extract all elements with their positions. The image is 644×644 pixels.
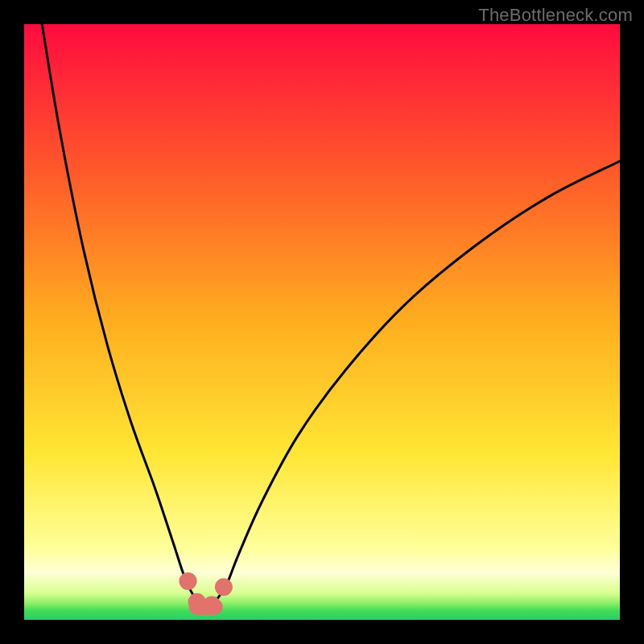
trough-marker: [215, 578, 233, 596]
trough-marker: [188, 593, 206, 611]
plot-background: [24, 24, 620, 620]
bottleneck-chart: TheBottleneck.com: [0, 0, 644, 644]
trough-marker: [180, 572, 197, 590]
trough-marker: [203, 597, 221, 614]
chart-svg: [0, 0, 644, 644]
